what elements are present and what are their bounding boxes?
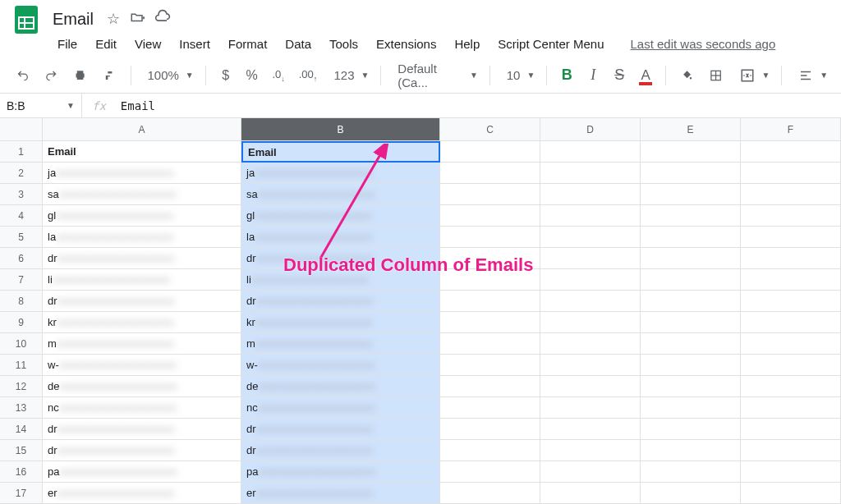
cell[interactable] — [641, 397, 741, 419]
row-header[interactable]: 4 — [0, 205, 43, 227]
cell[interactable] — [641, 440, 741, 461]
cell[interactable] — [741, 269, 841, 291]
cell[interactable]: drxxxxxxxxxxxxxxxxxxxxxx — [43, 248, 241, 269]
cell[interactable] — [741, 397, 841, 419]
cell[interactable] — [540, 141, 641, 163]
cell[interactable] — [540, 333, 641, 355]
cell[interactable]: lixxxxxxxxxxxxxxxxxxxxxx — [43, 269, 241, 291]
spreadsheet-grid[interactable]: 1234567891011121314151617 A B C D E F Em… — [0, 118, 841, 504]
cell[interactable] — [641, 205, 741, 227]
cell[interactable] — [540, 419, 641, 440]
row-header[interactable]: 12 — [0, 376, 43, 397]
cell[interactable]: ncxxxxxxxxxxxxxxxxxxxxxx — [241, 397, 440, 419]
cell[interactable] — [540, 163, 641, 184]
merge-cells-dropdown[interactable]: ▼ — [732, 65, 773, 86]
cell[interactable] — [741, 483, 841, 504]
borders-button[interactable] — [703, 64, 728, 87]
row-header[interactable]: 5 — [0, 227, 43, 248]
cell[interactable]: drxxxxxxxxxxxxxxxxxxxxxx — [241, 419, 440, 440]
cell[interactable] — [641, 141, 741, 163]
cell[interactable] — [641, 184, 741, 205]
cell[interactable] — [440, 184, 540, 205]
cell[interactable] — [440, 312, 540, 333]
menu-data[interactable]: Data — [277, 34, 319, 54]
cell[interactable]: drxxxxxxxxxxxxxxxxxxxxxx — [241, 291, 440, 312]
formula-input[interactable]: Email — [116, 99, 155, 112]
cell[interactable] — [641, 269, 741, 291]
menu-script-center[interactable]: Script Center Menu — [489, 34, 612, 54]
row-header[interactable]: 16 — [0, 461, 43, 483]
cell[interactable]: glxxxxxxxxxxxxxxxxxxxxxx — [43, 205, 241, 227]
cell[interactable] — [540, 440, 641, 461]
cell[interactable]: erxxxxxxxxxxxxxxxxxxxxxx — [43, 483, 241, 504]
cell[interactable] — [440, 205, 540, 227]
cell[interactable] — [440, 397, 540, 419]
menu-edit[interactable]: Edit — [87, 34, 125, 54]
cell[interactable]: w-xxxxxxxxxxxxxxxxxxxxxx — [43, 355, 241, 376]
cell[interactable] — [741, 248, 841, 269]
cell[interactable]: w-xxxxxxxxxxxxxxxxxxxxxx — [241, 355, 440, 376]
cell[interactable]: drxxxxxxxxxxxxxxxxxxxxxx — [43, 291, 241, 312]
cell[interactable] — [440, 419, 540, 440]
row-header[interactable]: 15 — [0, 440, 43, 461]
name-box[interactable]: B:B▼ — [0, 94, 82, 117]
cell[interactable] — [440, 440, 540, 461]
cell[interactable] — [741, 419, 841, 440]
cell[interactable] — [641, 483, 741, 504]
cell[interactable] — [741, 163, 841, 184]
print-button[interactable] — [67, 64, 93, 87]
cell[interactable]: dexxxxxxxxxxxxxxxxxxxxxx — [241, 376, 440, 397]
cell[interactable] — [440, 163, 540, 184]
menu-view[interactable]: View — [126, 34, 169, 54]
cell[interactable]: krxxxxxxxxxxxxxxxxxxxxxx — [43, 312, 241, 333]
cell[interactable]: drxxxxxxxxxxxxxxxxxxxxxx — [241, 440, 440, 461]
row-header[interactable]: 3 — [0, 184, 43, 205]
cell[interactable] — [540, 355, 641, 376]
column-header-d[interactable]: D — [540, 118, 641, 141]
cell[interactable]: krxxxxxxxxxxxxxxxxxxxxxx — [241, 312, 440, 333]
paint-format-button[interactable] — [96, 64, 122, 87]
cell[interactable] — [440, 461, 540, 483]
cell[interactable] — [540, 461, 641, 483]
row-header[interactable]: 14 — [0, 419, 43, 440]
menu-extensions[interactable]: Extensions — [368, 34, 444, 54]
cell[interactable] — [540, 312, 641, 333]
cell[interactable] — [440, 248, 540, 269]
row-header[interactable]: 17 — [0, 483, 43, 504]
column-header-c[interactable]: C — [440, 118, 540, 141]
cell[interactable] — [741, 227, 841, 248]
cell[interactable] — [641, 291, 741, 312]
row-header[interactable]: 11 — [0, 355, 43, 376]
cell[interactable] — [741, 461, 841, 483]
menu-tools[interactable]: Tools — [321, 34, 366, 54]
cell[interactable]: paxxxxxxxxxxxxxxxxxxxxxx — [241, 461, 440, 483]
font-size-dropdown[interactable]: 10▼ — [499, 65, 539, 85]
format-currency-button[interactable]: $ — [214, 64, 237, 87]
row-header[interactable]: 10 — [0, 333, 43, 355]
undo-button[interactable] — [10, 64, 35, 87]
cell[interactable] — [641, 163, 741, 184]
cell[interactable] — [540, 269, 641, 291]
row-header[interactable]: 13 — [0, 397, 43, 419]
select-all-corner[interactable] — [0, 118, 43, 141]
cell[interactable]: jaxxxxxxxxxxxxxxxxxxxxxx — [43, 163, 241, 184]
cell[interactable]: dexxxxxxxxxxxxxxxxxxxxxx — [43, 376, 241, 397]
cell[interactable] — [440, 355, 540, 376]
decrease-decimal-button[interactable]: .0↓ — [267, 64, 291, 87]
cell[interactable] — [440, 227, 540, 248]
cell[interactable] — [641, 333, 741, 355]
menu-file[interactable]: File — [49, 34, 85, 54]
cell[interactable] — [741, 355, 841, 376]
text-color-button[interactable]: A — [634, 64, 657, 87]
cell[interactable]: laxxxxxxxxxxxxxxxxxxxxxx — [241, 227, 440, 248]
cell[interactable]: laxxxxxxxxxxxxxxxxxxxxxx — [43, 227, 241, 248]
cell[interactable] — [440, 333, 540, 355]
cell[interactable]: jaxxxxxxxxxxxxxxxxxxxxxx — [241, 163, 440, 184]
cell[interactable] — [741, 333, 841, 355]
zoom-dropdown[interactable]: 100%▼ — [139, 65, 196, 85]
row-header[interactable]: 6 — [0, 248, 43, 269]
cell[interactable] — [540, 376, 641, 397]
cell[interactable] — [641, 355, 741, 376]
column-header-b[interactable]: B — [241, 118, 440, 141]
cell[interactable]: Email — [43, 141, 241, 163]
